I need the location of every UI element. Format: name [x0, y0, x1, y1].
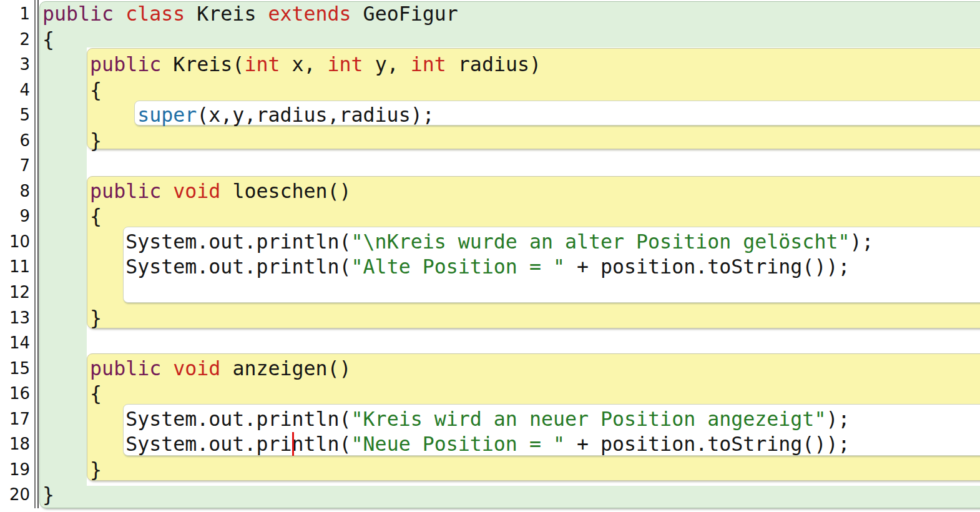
line-number: 5	[0, 102, 34, 128]
code-line-8[interactable]: public void loeschen()	[39, 179, 980, 204]
code-line-15[interactable]: public void anzeigen()	[39, 356, 980, 382]
code-token: {	[42, 205, 102, 227]
code-editor: 1234567891011121314151617181920 public c…	[0, 0, 980, 512]
code-token: "Neue Position = "	[351, 433, 565, 455]
line-number: 3	[0, 52, 34, 77]
line-number: 18	[0, 431, 34, 457]
code-token: anzeigen()	[220, 357, 351, 380]
line-number: 10	[0, 229, 34, 255]
line-number: 7	[0, 153, 34, 179]
code-line-18[interactable]: System.out.println("Neue Position = " + …	[39, 431, 980, 457]
code-line-9[interactable]: {	[39, 204, 980, 229]
code-token: System.out.println(	[42, 433, 351, 455]
code-token	[42, 357, 90, 380]
line-number: 16	[0, 381, 34, 406]
line-number: 15	[0, 356, 34, 382]
code-token	[42, 53, 90, 76]
code-line-3[interactable]: public Kreis(int x, int y, int radius)	[39, 52, 980, 77]
line-number: 14	[0, 330, 34, 356]
code-token: + position.toString());	[565, 433, 850, 455]
code-token	[42, 180, 90, 202]
code-line-6[interactable]: }	[39, 128, 980, 154]
line-number: 8	[0, 179, 34, 204]
line-number: 1	[0, 1, 34, 27]
code-token: void	[173, 357, 220, 380]
line-number: 12	[0, 280, 34, 305]
code-token: extends	[268, 2, 351, 25]
code-token	[161, 180, 173, 202]
code-line-12[interactable]	[39, 280, 980, 305]
line-number: 9	[0, 204, 34, 229]
code-area[interactable]: public class Kreis extends GeoFigur{ pub…	[39, 0, 980, 512]
code-token: }	[42, 483, 54, 506]
gutter-numbers: 1234567891011121314151617181920	[0, 1, 34, 508]
code-line-2[interactable]: {	[39, 27, 980, 52]
code-token: super	[137, 104, 197, 126]
code-token: {	[42, 28, 54, 51]
code-token: }	[42, 129, 102, 152]
line-number: 6	[0, 128, 34, 154]
code-token: class	[125, 2, 185, 25]
code-token: System.out.println(	[42, 255, 351, 278]
line-number: 20	[0, 482, 34, 508]
code-token: );	[850, 230, 873, 253]
code-token: radius)	[446, 53, 541, 76]
code-line-1[interactable]: public class Kreis extends GeoFigur	[39, 1, 980, 27]
code-token: }	[42, 458, 102, 481]
code-line-4[interactable]: {	[39, 77, 980, 103]
code-token: );	[826, 408, 850, 430]
code-line-20[interactable]: }	[39, 482, 980, 508]
code-token	[42, 104, 137, 126]
code-token: System.out.println(	[42, 408, 351, 430]
code-token: public	[90, 53, 161, 76]
gutter-separator	[34, 0, 39, 508]
code-token: int	[411, 53, 446, 76]
code-token: "Alte Position = "	[351, 255, 565, 278]
code-line-10[interactable]: System.out.println("\nKreis wurde an alt…	[39, 229, 980, 255]
code-line-7[interactable]	[39, 153, 980, 179]
code-token: void	[173, 180, 220, 202]
code-token: {	[42, 382, 102, 405]
code-line-19[interactable]: }	[39, 457, 980, 483]
code-token: Kreis(	[161, 53, 244, 76]
code-lines: public class Kreis extends GeoFigur{ pub…	[39, 1, 980, 508]
line-number: 4	[0, 77, 34, 103]
text-cursor	[292, 432, 294, 456]
code-token: public	[90, 180, 161, 202]
code-token: }	[42, 307, 102, 329]
line-number: 19	[0, 457, 34, 483]
code-line-13[interactable]: }	[39, 305, 980, 331]
code-token: System.out.println(	[42, 230, 351, 253]
code-token: x,	[280, 53, 327, 76]
code-token: "\nKreis wurde an alter Position gelösch…	[351, 230, 850, 253]
code-token	[161, 357, 173, 380]
code-token: GeoFigur	[351, 2, 458, 25]
code-line-17[interactable]: System.out.println("Kreis wird an neuer …	[39, 406, 980, 432]
code-token: loeschen()	[220, 180, 351, 202]
line-number: 17	[0, 406, 34, 432]
code-line-16[interactable]: {	[39, 381, 980, 406]
code-token: int	[328, 53, 363, 76]
code-line-5[interactable]: super(x,y,radius,radius);	[39, 102, 980, 128]
code-line-11[interactable]: System.out.println("Alte Position = " + …	[39, 254, 980, 280]
code-token: public	[90, 357, 161, 380]
code-token: + position.toString());	[565, 255, 850, 278]
code-token: Kreis	[185, 2, 268, 25]
code-token: y,	[363, 53, 411, 76]
code-token: (x,y,radius,radius);	[197, 104, 434, 126]
code-token: {	[42, 79, 102, 101]
line-number: 2	[0, 27, 34, 52]
code-token	[114, 2, 125, 25]
line-number: 13	[0, 305, 34, 331]
code-token: public	[42, 2, 114, 25]
code-token: "Kreis wird an neuer Position angezeigt"	[351, 408, 826, 430]
code-token: int	[244, 53, 280, 76]
code-line-14[interactable]	[39, 330, 980, 356]
line-number: 11	[0, 254, 34, 280]
